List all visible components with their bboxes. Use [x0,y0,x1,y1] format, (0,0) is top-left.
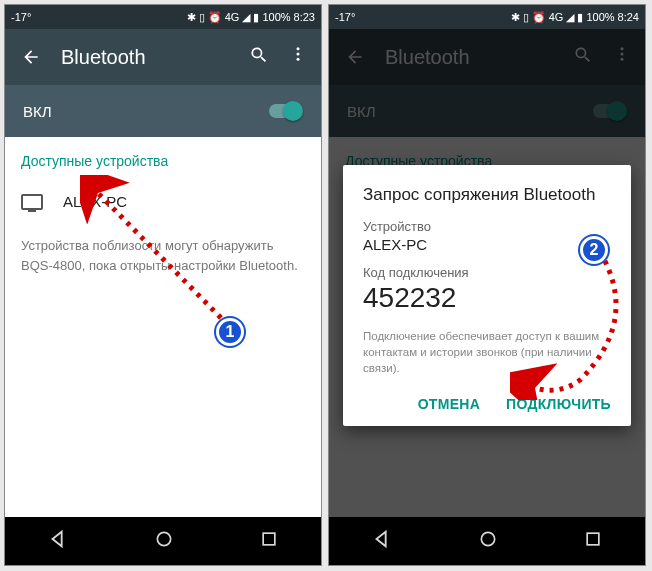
device-name: ALEX-PC [363,236,611,253]
network-icon: 4G ◢ [225,11,251,24]
code-label: Код подключения [363,265,611,280]
svg-point-8 [481,532,494,545]
bluetooth-icon: ✱ [511,11,520,24]
cancel-button[interactable]: ОТМЕНА [418,396,480,412]
annotation-badge-1: 1 [216,318,244,346]
svg-point-0 [297,47,300,50]
bluetooth-toggle-row: ВКЛ [5,85,321,137]
app-bar: Bluetooth [5,29,321,85]
overflow-icon[interactable] [289,45,307,69]
back-button[interactable] [13,47,49,67]
pairing-code: 452232 [363,282,611,314]
device-name: ALEX-PC [63,193,127,210]
status-battery: 100% [262,11,290,23]
nav-recent-icon[interactable] [583,529,603,553]
search-icon[interactable] [249,45,269,69]
status-bar: -17° ✱ ▯ ⏰ 4G ◢ ▮ 100% 8:24 [329,5,645,29]
content-area: Доступные устройства ALEX-PC Устройства … [5,137,321,517]
status-time: 8:24 [618,11,639,23]
network-icon: 4G ◢ [549,11,575,24]
device-row[interactable]: ALEX-PC [21,185,305,218]
status-temp: -17° [11,11,31,23]
nav-back-icon[interactable] [371,528,393,554]
svg-point-2 [297,58,300,61]
vibrate-icon: ▯ [199,11,205,24]
bluetooth-switch[interactable] [267,101,303,121]
battery-icon: ▮ [253,11,259,24]
toggle-label: ВКЛ [23,103,52,120]
annotation-badge-2: 2 [580,236,608,264]
nav-bar [5,517,321,565]
svg-point-1 [297,53,300,56]
vibrate-icon: ▯ [523,11,529,24]
device-label: Устройство [363,219,611,234]
nav-back-icon[interactable] [47,528,69,554]
pairing-dialog: Запрос сопряжения Bluetooth Устройство A… [343,165,631,426]
discoverable-hint: Устройства поблизости могут обнаружить B… [21,236,305,275]
section-header: Доступные устройства [21,153,305,169]
nav-bar [329,517,645,565]
nav-home-icon[interactable] [154,529,174,553]
screenshot-1: -17° ✱ ▯ ⏰ 4G ◢ ▮ 100% 8:23 Bluetooth [4,4,322,566]
svg-point-3 [157,532,170,545]
svg-rect-9 [587,533,599,545]
dialog-title: Запрос сопряжения Bluetooth [363,185,611,205]
status-battery: 100% [586,11,614,23]
svg-rect-4 [263,533,275,545]
status-bar: -17° ✱ ▯ ⏰ 4G ◢ ▮ 100% 8:23 [5,5,321,29]
status-temp: -17° [335,11,355,23]
status-time: 8:23 [294,11,315,23]
pairing-note: Подключение обеспечивает доступ к вашим … [363,328,611,376]
battery-icon: ▮ [577,11,583,24]
confirm-button[interactable]: ПОДКЛЮЧИТЬ [506,396,611,412]
nav-home-icon[interactable] [478,529,498,553]
alarm-icon: ⏰ [208,11,222,24]
nav-recent-icon[interactable] [259,529,279,553]
laptop-icon [21,194,43,210]
bluetooth-icon: ✱ [187,11,196,24]
alarm-icon: ⏰ [532,11,546,24]
page-title: Bluetooth [49,46,249,69]
screenshot-2: -17° ✱ ▯ ⏰ 4G ◢ ▮ 100% 8:24 Bluetooth [328,4,646,566]
